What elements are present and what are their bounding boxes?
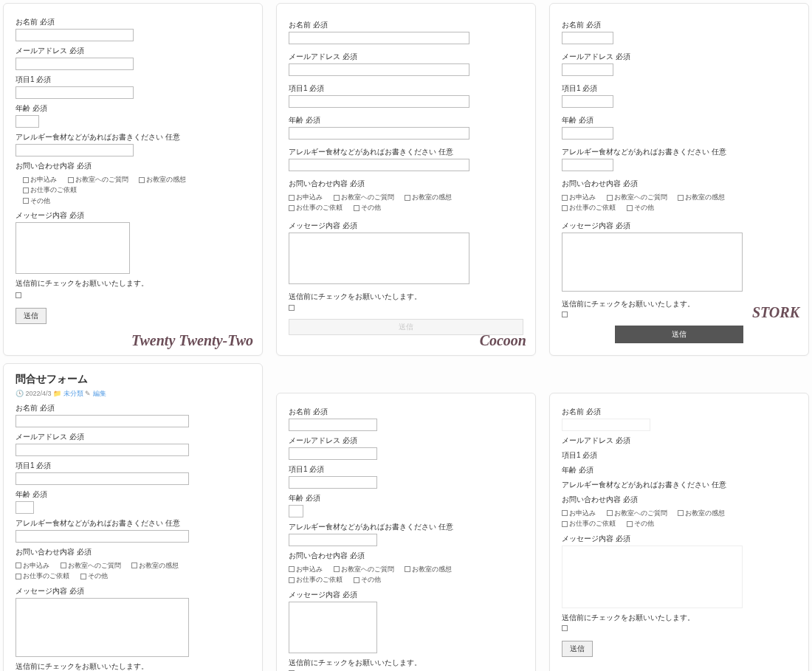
input-item1[interactable] [289, 476, 377, 489]
opt-review[interactable]: お教室の感想 [139, 176, 190, 183]
label-name: お名前 必須 [562, 407, 796, 417]
opt-job[interactable]: お仕事のご依頼 [562, 520, 620, 527]
opt-apply[interactable]: お申込み [562, 193, 600, 201]
label-message: メッセージ内容 必須 [16, 586, 250, 596]
opt-question[interactable]: お教室へのご質問 [607, 193, 672, 201]
opt-review[interactable]: お教室の感想 [405, 565, 456, 573]
input-message[interactable] [16, 222, 130, 274]
opt-question[interactable]: お教室へのご質問 [334, 193, 399, 201]
opt-question[interactable]: お教室へのご質問 [334, 565, 399, 573]
opt-other[interactable]: その他 [23, 197, 55, 204]
options-row: お申込み お教室へのご質問 お教室の感想 お仕事のご依頼 その他 [562, 192, 796, 213]
label-confirm: 送信前にチェックをお願いいたします。 [16, 661, 250, 671]
label-message: メッセージ内容 必須 [289, 590, 523, 600]
post-category[interactable]: 未分類 [63, 390, 83, 397]
submit-button[interactable]: 送信 [562, 641, 593, 657]
input-age[interactable] [16, 501, 34, 514]
input-message[interactable] [289, 602, 377, 653]
options-row: お申込み お教室へのご質問 お教室の感想 お仕事のご依頼 その他 [16, 560, 250, 582]
input-age[interactable] [16, 115, 39, 128]
theme-caption: Twenty Twenty-Two [131, 332, 253, 349]
input-email[interactable] [16, 444, 189, 456]
input-email[interactable] [562, 63, 613, 76]
input-message[interactable] [562, 546, 743, 608]
input-email[interactable] [289, 447, 377, 460]
input-name[interactable] [289, 32, 469, 44]
input-name[interactable] [16, 415, 189, 427]
opt-other[interactable]: その他 [627, 204, 658, 211]
opt-apply[interactable]: お申込み [289, 193, 327, 201]
input-item1[interactable] [16, 86, 134, 99]
input-item1[interactable] [289, 95, 469, 108]
input-name[interactable] [562, 32, 613, 44]
label-email: メールアドレス 必須 [289, 436, 523, 446]
input-allergy[interactable] [16, 144, 134, 156]
form-the-thor: お名前 必須 メールアドレス 必須 項目1 必須 年齢 必須 アレルギー食材など… [276, 393, 536, 671]
opt-review[interactable]: お教室の感想 [131, 562, 183, 569]
input-message[interactable] [289, 233, 469, 284]
input-age[interactable] [289, 127, 469, 140]
submit-button[interactable]: 送信 [615, 326, 744, 343]
opt-apply[interactable]: お申込み [16, 562, 54, 569]
submit-button[interactable]: 送信 [16, 308, 47, 324]
input-name[interactable] [289, 419, 377, 431]
opt-other[interactable]: その他 [354, 204, 385, 211]
opt-other[interactable]: その他 [627, 520, 658, 527]
page-title: 問合せフォーム [16, 373, 250, 386]
options-row: お申込み お教室へのご質問 お教室の感想 お仕事のご依頼 その他 [562, 508, 796, 529]
label-message: メッセージ内容 必須 [16, 210, 250, 221]
label-allergy: アレルギー食材などがあればお書きください 任意 [289, 147, 523, 157]
opt-apply[interactable]: お申込み [23, 176, 61, 183]
label-name: お名前 必須 [289, 20, 523, 30]
label-item1: 項目1 必須 [562, 450, 796, 461]
input-message[interactable] [562, 233, 743, 292]
opt-apply[interactable]: お申込み [289, 565, 327, 573]
opt-review[interactable]: お教室の感想 [678, 509, 729, 517]
input-allergy[interactable] [562, 159, 613, 171]
input-name[interactable] [562, 419, 650, 431]
input-allergy[interactable] [16, 530, 189, 543]
form-twenty-twenty-two: お名前 必須 メールアドレス 必須 項目1 必須 年齢 必須 アレルギー食材など… [3, 3, 263, 356]
label-name: お名前 必須 [289, 407, 523, 417]
opt-job[interactable]: お仕事のご依頼 [23, 186, 81, 193]
input-age[interactable] [562, 127, 613, 140]
input-allergy[interactable] [289, 534, 377, 546]
opt-review[interactable]: お教室の感想 [678, 193, 729, 201]
label-confirm: 送信前にチェックをお願いいたします。 [289, 658, 523, 668]
input-email[interactable] [16, 58, 134, 70]
submit-button[interactable]: 送信 [289, 319, 523, 335]
label-confirm: 送信前にチェックをお願いいたします。 [16, 278, 250, 289]
post-date: 2022/4/3 [26, 390, 52, 397]
label-inquiry: お問い合わせ内容 必須 [16, 547, 250, 557]
confirm-checkbox[interactable] [289, 305, 295, 311]
form-swell: お名前 必須 メールアドレス 必須 項目1 必須 年齢 必須 アレルギー食材など… [549, 393, 809, 671]
opt-job[interactable]: お仕事のご依頼 [289, 576, 347, 583]
input-message[interactable] [16, 598, 189, 657]
opt-other[interactable]: その他 [80, 572, 112, 579]
input-email[interactable] [289, 63, 469, 76]
opt-job[interactable]: お仕事のご依頼 [562, 204, 620, 211]
input-item1[interactable] [16, 472, 189, 485]
confirm-checkbox[interactable] [562, 625, 568, 631]
opt-other[interactable]: その他 [354, 576, 385, 583]
opt-review[interactable]: お教室の感想 [405, 193, 456, 201]
input-name[interactable] [16, 29, 134, 41]
opt-question[interactable]: お教室へのご質問 [68, 176, 133, 183]
confirm-checkbox[interactable] [16, 292, 21, 298]
label-allergy: アレルギー食材などがあればお書きください 任意 [16, 132, 250, 142]
label-inquiry: お問い合わせ内容 必須 [289, 179, 523, 189]
post-meta: 🕓 2022/4/3 📁 未分類 ✎ 編集 [16, 389, 250, 399]
opt-job[interactable]: お仕事のご依頼 [289, 204, 347, 211]
opt-apply[interactable]: お申込み [562, 509, 600, 517]
label-confirm: 送信前にチェックをお願いいたします。 [562, 299, 796, 309]
opt-question[interactable]: お教室へのご質問 [61, 562, 125, 569]
label-message: メッセージ内容 必須 [289, 221, 523, 231]
input-allergy[interactable] [289, 159, 469, 171]
opt-job[interactable]: お仕事のご依頼 [16, 572, 74, 579]
opt-question[interactable]: お教室へのご質問 [607, 509, 672, 517]
input-item1[interactable] [562, 95, 613, 108]
confirm-checkbox[interactable] [562, 312, 568, 317]
post-edit[interactable]: 編集 [93, 390, 106, 397]
label-message: メッセージ内容 必須 [562, 534, 796, 544]
input-age[interactable] [289, 505, 303, 517]
